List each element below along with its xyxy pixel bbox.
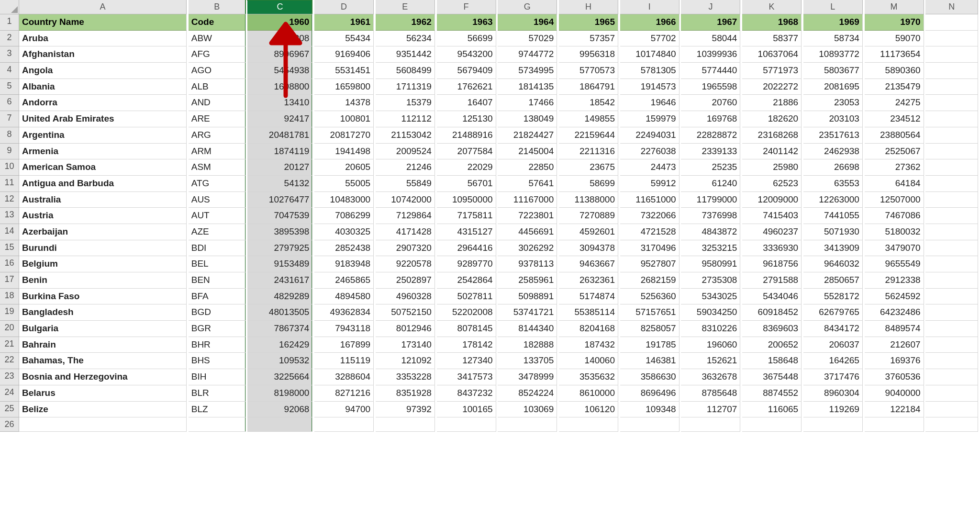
cell-B15[interactable]: BDI [189, 240, 246, 257]
cell-H7[interactable]: 149855 [559, 111, 618, 127]
cell-J15[interactable]: 3253215 [681, 240, 740, 257]
cell-C22[interactable]: 109532 [247, 353, 312, 369]
cell-F15[interactable]: 2964416 [437, 240, 496, 257]
col-header-D[interactable]: D [314, 0, 374, 14]
cell-D17[interactable]: 2465865 [314, 272, 374, 289]
cell-B17[interactable]: BEN [189, 272, 246, 289]
row-header-21[interactable]: 21 [0, 337, 19, 353]
cell-K14[interactable]: 4960237 [742, 224, 802, 240]
cell-A6[interactable]: Andorra [19, 95, 187, 111]
row-header-26[interactable]: 26 [0, 417, 19, 432]
cell-D10[interactable]: 20605 [314, 159, 374, 176]
cell-C23[interactable]: 3225664 [247, 369, 312, 385]
cell-E9[interactable]: 2009524 [376, 144, 435, 160]
cell-F20[interactable]: 8078145 [437, 321, 496, 337]
cell-H16[interactable]: 9463667 [559, 256, 618, 272]
cell-B19[interactable]: BGD [189, 304, 246, 321]
cell-L15[interactable]: 3413909 [803, 240, 863, 257]
cell-K16[interactable]: 9618756 [742, 256, 802, 272]
col-header-E[interactable]: E [376, 0, 435, 14]
cell-G13[interactable]: 7223801 [498, 208, 557, 224]
cell-A13[interactable]: Austria [19, 208, 187, 224]
cell-J24[interactable]: 8785648 [681, 385, 740, 402]
cell-E24[interactable]: 8351928 [376, 385, 435, 402]
cell-I23[interactable]: 3586630 [620, 369, 679, 385]
cell-L18[interactable]: 5528172 [803, 289, 863, 305]
cell-J10[interactable]: 25235 [681, 159, 740, 176]
cell-I6[interactable]: 19646 [620, 95, 679, 111]
cell-M22[interactable]: 169376 [865, 353, 924, 369]
cell-N8[interactable] [925, 127, 978, 144]
cell-J25[interactable]: 112707 [681, 402, 740, 418]
cell-M6[interactable]: 24275 [865, 95, 924, 111]
cell-F3[interactable]: 9543200 [437, 46, 496, 63]
cell-J9[interactable]: 2339133 [681, 144, 740, 160]
cell-K8[interactable]: 23168268 [742, 127, 802, 144]
cell-F24[interactable]: 8437232 [437, 385, 496, 402]
cell-L2[interactable]: 58734 [803, 31, 863, 47]
cell-G21[interactable]: 182888 [498, 337, 557, 353]
cell-E17[interactable]: 2502897 [376, 272, 435, 289]
cell-M26[interactable] [865, 417, 924, 432]
row-header-5[interactable]: 5 [0, 79, 19, 95]
cell-E12[interactable]: 10742000 [376, 192, 435, 208]
cell-D26[interactable] [314, 417, 374, 432]
cell-F11[interactable]: 56701 [437, 176, 496, 192]
cell-I20[interactable]: 8258057 [620, 321, 679, 337]
cell-A5[interactable]: Albania [19, 79, 187, 95]
cell-F21[interactable]: 178142 [437, 337, 496, 353]
cell-D6[interactable]: 14378 [314, 95, 374, 111]
cell-G16[interactable]: 9378113 [498, 256, 557, 272]
row-header-9[interactable]: 9 [0, 144, 19, 160]
cell-K25[interactable]: 116065 [742, 402, 802, 418]
cell-F16[interactable]: 9289770 [437, 256, 496, 272]
cell-I12[interactable]: 11651000 [620, 192, 679, 208]
cell-I19[interactable]: 57157651 [620, 304, 679, 321]
cell-J7[interactable]: 169768 [681, 111, 740, 127]
cell-F23[interactable]: 3417573 [437, 369, 496, 385]
cell-H12[interactable]: 11388000 [559, 192, 618, 208]
cell-E10[interactable]: 21246 [376, 159, 435, 176]
row-header-20[interactable]: 20 [0, 321, 19, 337]
cell-B9[interactable]: ARM [189, 144, 246, 160]
cell-M5[interactable]: 2135479 [865, 79, 924, 95]
cell-C2[interactable]: 54208 [247, 31, 312, 47]
cell-D16[interactable]: 9183948 [314, 256, 374, 272]
cell-E6[interactable]: 15379 [376, 95, 435, 111]
cell-D12[interactable]: 10483000 [314, 192, 374, 208]
cell-K26[interactable] [742, 417, 802, 432]
cell-D7[interactable]: 100801 [314, 111, 374, 127]
cell-G19[interactable]: 53741721 [498, 304, 557, 321]
cell-G4[interactable]: 5734995 [498, 63, 557, 79]
cell-L3[interactable]: 10893772 [803, 46, 863, 63]
cell-F14[interactable]: 4315127 [437, 224, 496, 240]
cell-L13[interactable]: 7441055 [803, 208, 863, 224]
col-header-K[interactable]: K [742, 0, 802, 14]
row-header-3[interactable]: 3 [0, 46, 19, 63]
cell-F25[interactable]: 100165 [437, 402, 496, 418]
cell-B24[interactable]: BLR [189, 385, 246, 402]
spreadsheet-grid[interactable]: A B C D E F G H I J K L M N 1 Country Na… [0, 0, 980, 432]
cell-C9[interactable]: 1874119 [247, 144, 312, 160]
cell-M24[interactable]: 9040000 [865, 385, 924, 402]
cell-H21[interactable]: 187432 [559, 337, 618, 353]
cell-H10[interactable]: 23675 [559, 159, 618, 176]
cell-M15[interactable]: 3479070 [865, 240, 924, 257]
cell-A15[interactable]: Burundi [19, 240, 187, 257]
cell-H18[interactable]: 5174874 [559, 289, 618, 305]
cell-G20[interactable]: 8144340 [498, 321, 557, 337]
cell-G11[interactable]: 57641 [498, 176, 557, 192]
cell-A11[interactable]: Antigua and Barbuda [19, 176, 187, 192]
cell-E16[interactable]: 9220578 [376, 256, 435, 272]
cell-N18[interactable] [925, 289, 978, 305]
cell-L11[interactable]: 63553 [803, 176, 863, 192]
cell-I2[interactable]: 57702 [620, 31, 679, 47]
cell-C15[interactable]: 2797925 [247, 240, 312, 257]
cell-D8[interactable]: 20817270 [314, 127, 374, 144]
cell-B25[interactable]: BLZ [189, 402, 246, 418]
cell-F13[interactable]: 7175811 [437, 208, 496, 224]
cell-D5[interactable]: 1659800 [314, 79, 374, 95]
cell-A9[interactable]: Armenia [19, 144, 187, 160]
cell-K18[interactable]: 5434046 [742, 289, 802, 305]
cell-I13[interactable]: 7322066 [620, 208, 679, 224]
